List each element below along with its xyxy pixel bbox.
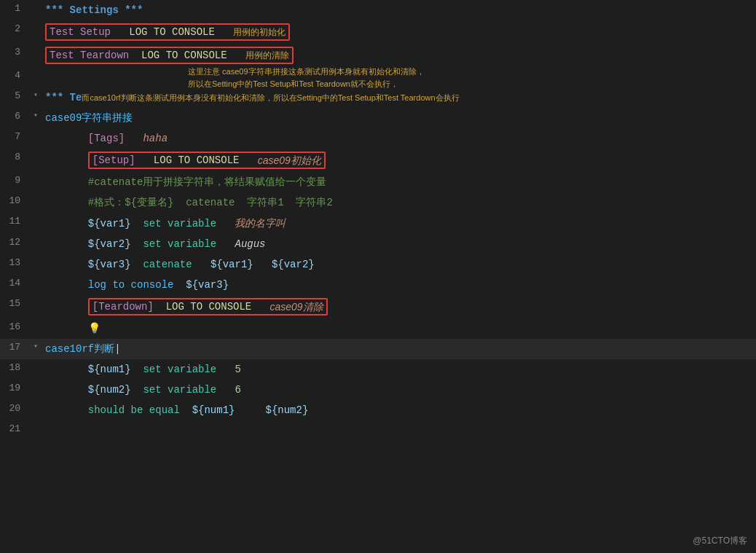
- gutter-icon: [29, 359, 42, 362]
- line-number: 14: [0, 275, 29, 291]
- gutter-icon: [29, 275, 42, 278]
- code-line-13: 13 ${var3} catenate ${var1} ${var2}: [0, 254, 756, 275]
- gutter-icon: [29, 20, 42, 23]
- gutter-icon: [29, 420, 42, 423]
- line-number: 21: [0, 420, 29, 437]
- gutter-icon: [29, 149, 42, 152]
- line-number: 17: [0, 339, 29, 356]
- line-content: log to console ${var3}: [42, 275, 756, 295]
- line-content: ${var2} set variable Augus: [42, 234, 756, 254]
- line-number: 11: [0, 213, 29, 230]
- code-line-18: 18 ${num1} set variable 5: [0, 359, 756, 380]
- line-number: 1: [0, 0, 29, 17]
- gutter-icon: [29, 234, 42, 237]
- line-content: ${var1} set variable 我的名字叫: [42, 213, 756, 234]
- line-content: 💡: [42, 318, 756, 339]
- code-line-12: 12 ${var2} set variable Augus: [0, 234, 756, 254]
- line-number: 8: [0, 149, 29, 165]
- line-content: should be equal ${num1} ${num2}: [42, 400, 756, 420]
- gutter-icon: [29, 254, 42, 257]
- code-line-10: 10 #格式：${变量名} catenate 字符串1 字符串2: [0, 192, 756, 213]
- line-content: 这里注意 case09字符串拼接这条测试用例本身就有初始化和清除，所以在Sett…: [42, 67, 756, 73]
- line-content: #catenate用于拼接字符串，将结果赋值给一个变量: [42, 172, 756, 192]
- code-line-15: 15 [Teardown] LOG TO CONSOLE case09清除: [0, 295, 756, 318]
- line-number: 9: [0, 172, 29, 189]
- line-content: [42, 420, 756, 426]
- code-line-3: 3Test Teardown LOG TO CONSOLE 用例的清除: [0, 44, 756, 67]
- line-number: 15: [0, 295, 29, 312]
- gutter-icon: [29, 295, 42, 298]
- code-line-19: 19 ${num2} set variable 6: [0, 380, 756, 400]
- code-line-16: 16 💡: [0, 318, 756, 339]
- line-content: [Teardown] LOG TO CONSOLE case09清除: [42, 295, 756, 318]
- line-number: 4: [0, 67, 29, 84]
- line-content: Test Teardown LOG TO CONSOLE 用例的清除: [42, 44, 756, 67]
- line-content: ${num2} set variable 6: [42, 380, 756, 400]
- code-line-21: 21: [0, 420, 756, 441]
- code-line-17: 17▾case10rf判断|: [0, 339, 756, 359]
- code-line-14: 14 log to console ${var3}: [0, 275, 756, 295]
- line-content: ${num1} set variable 5: [42, 359, 756, 380]
- line-number: 5: [0, 87, 29, 104]
- code-line-6: 6▾case09字符串拼接: [0, 108, 756, 128]
- line-number: 13: [0, 254, 29, 271]
- annotation-text: 这里注意 case09字符串拼接这条测试用例本身就有初始化和清除，所以在Sett…: [188, 66, 425, 90]
- code-line-2: 2Test Setup LOG TO CONSOLE 用例的初始化: [0, 20, 756, 44]
- code-line-20: 20 should be equal ${num1} ${num2}: [0, 400, 756, 420]
- line-content: *** Settings ***: [42, 0, 756, 20]
- code-line-11: 11 ${var1} set variable 我的名字叫: [0, 213, 756, 234]
- line-number: 2: [0, 20, 29, 37]
- code-line-4: 4这里注意 case09字符串拼接这条测试用例本身就有初始化和清除，所以在Set…: [0, 67, 756, 87]
- line-number: 19: [0, 380, 29, 396]
- line-content: Test Setup LOG TO CONSOLE 用例的初始化: [42, 20, 756, 44]
- gutter-icon: [29, 128, 42, 131]
- line-number: 10: [0, 192, 29, 209]
- gutter-icon: [29, 67, 42, 70]
- line-number: 16: [0, 318, 29, 335]
- gutter-icon: [29, 318, 42, 321]
- gutter-icon: [29, 0, 42, 3]
- line-number: 12: [0, 234, 29, 251]
- line-content: case10rf判断|: [42, 339, 756, 359]
- gutter-icon: [29, 172, 42, 175]
- code-editor: 1*** Settings ***2Test Setup LOG TO CONS…: [0, 0, 756, 553]
- code-line-7: 7 [Tags] haha: [0, 128, 756, 149]
- watermark: @51CTO博客: [693, 535, 747, 547]
- line-content: *** Te而case10rf判断这条测试用例本身没有初始化和清除，所以在Set…: [42, 87, 756, 108]
- code-line-5: 5▾*** Te而case10rf判断这条测试用例本身没有初始化和清除，所以在S…: [0, 87, 756, 108]
- gutter-icon[interactable]: ▾: [29, 339, 42, 350]
- line-content: case09字符串拼接: [42, 108, 756, 128]
- code-line-9: 9 #catenate用于拼接字符串，将结果赋值给一个变量: [0, 172, 756, 192]
- gutter-icon[interactable]: ▾: [29, 108, 42, 119]
- gutter-icon: [29, 213, 42, 216]
- gutter-icon: [29, 380, 42, 383]
- gutter-icon: [29, 44, 42, 47]
- line-number: 18: [0, 359, 29, 376]
- gutter-icon: [29, 400, 42, 403]
- line-number: 7: [0, 128, 29, 145]
- line-number: 20: [0, 400, 29, 417]
- line-number: 6: [0, 108, 29, 125]
- line-content: ${var3} catenate ${var1} ${var2}: [42, 254, 756, 275]
- gutter-icon: [29, 192, 42, 195]
- line-number: 3: [0, 44, 29, 60]
- gutter-icon[interactable]: ▾: [29, 87, 42, 99]
- code-line-1: 1*** Settings ***: [0, 0, 756, 20]
- line-content: [Setup] LOG TO CONSOLE case09初始化: [42, 149, 756, 172]
- code-line-8: 8 [Setup] LOG TO CONSOLE case09初始化: [0, 149, 756, 172]
- line-content: [Tags] haha: [42, 128, 756, 149]
- line-content: #格式：${变量名} catenate 字符串1 字符串2: [42, 192, 756, 213]
